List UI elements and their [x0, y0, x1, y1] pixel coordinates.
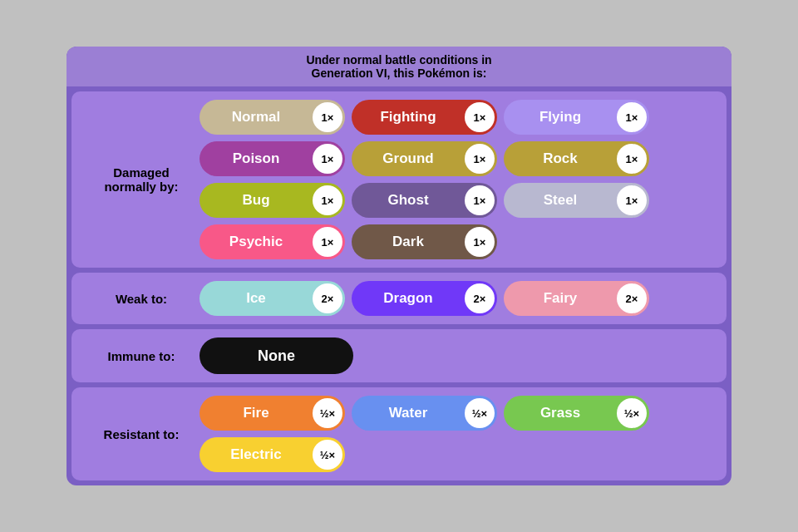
type-pill-ghost: Ghost1× — [352, 183, 497, 218]
type-name-bug: Bug — [200, 192, 313, 209]
type-name-poison: Poison — [200, 150, 313, 167]
type-name-ice: Ice — [200, 290, 313, 307]
type-name-ground: Ground — [352, 150, 465, 167]
type-pill-dragon: Dragon2× — [352, 281, 497, 316]
resistant-to-label: Resistant to: — [83, 427, 200, 441]
type-name-electric: Electric — [200, 446, 313, 463]
type-pill-steel: Steel1× — [504, 183, 649, 218]
type-multiplier-rock: 1× — [617, 144, 647, 174]
section-damaged-normally: Damagednormally by: Normal1×Fighting1×Fl… — [71, 91, 727, 268]
type-pill-poison: Poison1× — [200, 141, 345, 176]
type-pill-psychic: Psychic1× — [200, 224, 345, 259]
type-name-grass: Grass — [504, 405, 617, 421]
type-name-fire: Fire — [200, 405, 313, 421]
section-resistant-to: Resistant to: Fire½×Water½×Grass½×Electr… — [71, 387, 727, 480]
type-pill-fairy: Fairy2× — [504, 281, 649, 316]
type-multiplier-electric: ½× — [313, 440, 342, 470]
type-name-water: Water — [352, 405, 465, 421]
type-pill-dark: Dark1× — [352, 224, 497, 259]
type-multiplier-ice: 2× — [313, 283, 342, 313]
type-name-steel: Steel — [504, 192, 617, 209]
section-weak-to: Weak to: Ice2×Dragon2×Fairy2× — [71, 273, 727, 324]
type-pill-fire: Fire½× — [200, 396, 345, 431]
section-immune-to: Immune to: None — [71, 329, 727, 382]
header: Under normal battle conditions in Genera… — [66, 47, 732, 86]
type-pill-flying: Flying1× — [504, 100, 649, 135]
type-pill-ice: Ice2× — [200, 281, 345, 316]
type-multiplier-fighting: 1× — [465, 102, 495, 132]
immune-to-label: Immune to: — [83, 349, 200, 363]
main-container: Under normal battle conditions in Genera… — [66, 47, 732, 485]
none-text: None — [258, 347, 295, 365]
type-multiplier-dragon: 2× — [465, 283, 495, 313]
type-name-rock: Rock — [504, 150, 617, 167]
header-line1: Under normal battle conditions in — [306, 53, 491, 66]
type-multiplier-ground: 1× — [465, 144, 495, 174]
header-line2: Generation VI, this Pokémon is: — [312, 66, 487, 80]
resistant-to-types: Fire½×Water½×Grass½×Electric½× — [200, 396, 715, 472]
damaged-normally-types: Normal1×Fighting1×Flying1×Poison1×Ground… — [200, 100, 715, 259]
type-multiplier-grass: ½× — [617, 398, 647, 428]
damaged-normally-label: Damagednormally by: — [83, 165, 200, 194]
type-multiplier-poison: 1× — [313, 144, 342, 174]
type-pill-electric: Electric½× — [200, 437, 345, 472]
type-pill-water: Water½× — [352, 396, 497, 431]
type-name-fighting: Fighting — [352, 109, 465, 126]
type-pill-fighting: Fighting1× — [352, 100, 497, 135]
type-pill-grass: Grass½× — [504, 396, 649, 431]
type-multiplier-ghost: 1× — [465, 185, 495, 215]
type-multiplier-psychic: 1× — [313, 227, 342, 257]
type-pill-rock: Rock1× — [504, 141, 649, 176]
type-multiplier-normal: 1× — [313, 102, 342, 132]
type-multiplier-water: ½× — [465, 398, 495, 428]
none-pill: None — [200, 337, 353, 374]
type-multiplier-bug: 1× — [313, 185, 342, 215]
type-name-flying: Flying — [504, 109, 617, 126]
type-name-normal: Normal — [200, 109, 313, 126]
type-multiplier-flying: 1× — [617, 102, 647, 132]
type-name-fairy: Fairy — [504, 290, 617, 307]
immune-to-types: None — [200, 337, 715, 374]
weak-to-label: Weak to: — [83, 292, 200, 306]
weak-to-types: Ice2×Dragon2×Fairy2× — [200, 281, 715, 316]
type-multiplier-steel: 1× — [617, 185, 647, 215]
type-multiplier-dark: 1× — [465, 227, 495, 257]
type-name-dragon: Dragon — [352, 290, 465, 307]
type-pill-ground: Ground1× — [352, 141, 497, 176]
type-name-dark: Dark — [352, 234, 465, 250]
type-pill-bug: Bug1× — [200, 183, 345, 218]
type-multiplier-fire: ½× — [313, 398, 342, 428]
type-name-psychic: Psychic — [200, 234, 313, 250]
type-multiplier-fairy: 2× — [617, 283, 647, 313]
type-pill-normal: Normal1× — [200, 100, 345, 135]
type-name-ghost: Ghost — [352, 192, 465, 209]
